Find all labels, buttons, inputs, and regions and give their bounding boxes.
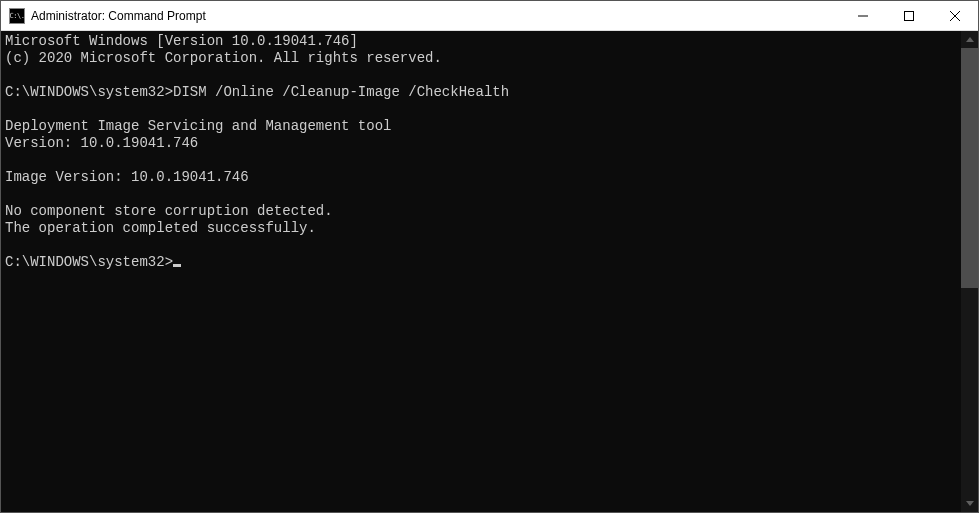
titlebar[interactable]: C:\. Administrator: Command Prompt: [1, 1, 978, 31]
scroll-up-arrow-icon[interactable]: [961, 31, 978, 48]
console-output[interactable]: Microsoft Windows [Version 10.0.19041.74…: [1, 31, 961, 512]
cursor: [173, 264, 181, 267]
console-line: C:\WINDOWS\system32>DISM /Online /Cleanu…: [5, 84, 509, 100]
maximize-icon: [904, 11, 914, 21]
svg-rect-1: [905, 11, 914, 20]
close-button[interactable]: [932, 1, 978, 30]
close-icon: [950, 11, 960, 21]
console-line: (c) 2020 Microsoft Corporation. All righ…: [5, 50, 442, 66]
console-line: The operation completed successfully.: [5, 220, 316, 236]
svg-marker-5: [966, 501, 974, 506]
minimize-icon: [858, 11, 868, 21]
minimize-button[interactable]: [840, 1, 886, 30]
console-line: No component store corruption detected.: [5, 203, 333, 219]
console-line: Version: 10.0.19041.746: [5, 135, 198, 151]
console-line: Deployment Image Servicing and Managemen…: [5, 118, 391, 134]
scroll-thumb[interactable]: [961, 48, 978, 288]
console-wrapper: Microsoft Windows [Version 10.0.19041.74…: [1, 31, 978, 512]
cmd-icon: C:\.: [9, 8, 25, 24]
window-controls: [840, 1, 978, 30]
console-line: Image Version: 10.0.19041.746: [5, 169, 249, 185]
scroll-track[interactable]: [961, 48, 978, 495]
window-title: Administrator: Command Prompt: [31, 9, 840, 23]
scrollbar[interactable]: [961, 31, 978, 512]
console-line: C:\WINDOWS\system32>: [5, 254, 173, 270]
svg-marker-4: [966, 37, 974, 42]
console-line: Microsoft Windows [Version 10.0.19041.74…: [5, 33, 358, 49]
scroll-down-arrow-icon[interactable]: [961, 495, 978, 512]
maximize-button[interactable]: [886, 1, 932, 30]
